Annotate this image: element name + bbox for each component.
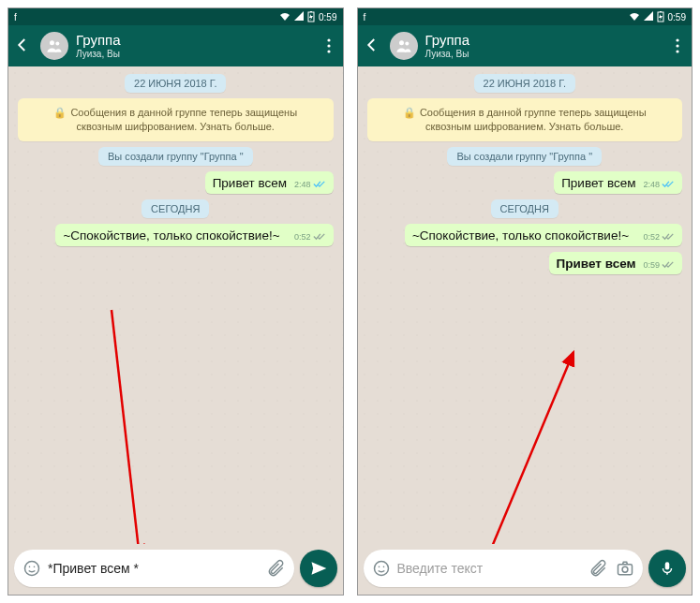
group-created-pill: Вы создали группу "Группа "	[447, 147, 602, 166]
read-ticks-icon	[313, 180, 326, 188]
header-titles[interactable]: Группа Луиза, Вы	[76, 33, 121, 59]
message-bubble-bold[interactable]: Привет всем 0:59	[549, 252, 682, 274]
svg-point-14	[405, 42, 409, 46]
message-input-pill[interactable]: *Привет всем *	[14, 550, 294, 587]
date-pill: 22 ИЮНЯ 2018 Г.	[474, 74, 575, 93]
svg-point-17	[676, 50, 678, 52]
encryption-text: Сообщения в данной группе теперь защищен…	[70, 107, 297, 132]
input-bar: Введите текст	[358, 544, 693, 595]
attach-icon[interactable]	[588, 558, 609, 579]
message-bubble[interactable]: ~Спокойствие, только спокойствие!~ 0:52	[405, 224, 682, 246]
svg-point-6	[327, 50, 330, 52]
input-bar: *Привет всем *	[8, 544, 343, 595]
send-button[interactable]	[300, 550, 337, 587]
svg-line-7	[112, 310, 140, 544]
statusbar-time: 0:59	[319, 12, 336, 22]
menu-icon[interactable]	[669, 37, 686, 54]
emoji-icon[interactable]	[22, 558, 42, 579]
sent-ticks-icon	[662, 260, 675, 269]
encryption-banner[interactable]: 🔒Сообщения в данной группе теперь защище…	[18, 98, 334, 141]
svg-rect-22	[618, 565, 633, 575]
signal-icon	[294, 11, 304, 22]
battery-icon	[657, 11, 664, 22]
back-icon[interactable]	[14, 37, 33, 55]
svg-point-23	[622, 566, 628, 572]
camera-icon[interactable]	[615, 558, 635, 579]
message-input[interactable]: *Привет всем *	[48, 561, 261, 576]
lock-icon: 🔒	[53, 107, 67, 118]
message-input[interactable]: Введите текст	[397, 561, 584, 576]
back-icon[interactable]	[364, 37, 382, 55]
message-text: Привет всем	[561, 176, 635, 190]
message-bubble[interactable]: ~Спокойствие, только спокойствие!~ 0:52	[55, 224, 333, 246]
encryption-text: Сообщения в данной группе теперь защищен…	[420, 107, 647, 132]
svg-rect-1	[310, 11, 312, 12]
svg-point-19	[374, 562, 388, 576]
svg-point-15	[676, 38, 678, 41]
read-ticks-icon	[662, 180, 675, 188]
header-titles[interactable]: Группа Луиза, Вы	[425, 33, 470, 59]
svg-point-2	[50, 40, 54, 45]
svg-point-4	[327, 38, 330, 41]
message-text: Привет всем	[213, 176, 287, 190]
attach-icon[interactable]	[266, 558, 287, 579]
svg-rect-24	[665, 562, 670, 569]
status-bar: f 0:59	[8, 8, 343, 25]
statusbar-time: 0:59	[668, 12, 686, 22]
emoji-icon[interactable]	[371, 558, 392, 579]
svg-point-21	[382, 566, 384, 568]
message-input-pill[interactable]: Введите текст	[364, 550, 644, 587]
avatar[interactable]	[40, 32, 68, 60]
phone-left: f 0:59 Группа Луиза, Вы	[7, 7, 344, 596]
message-time: 0:59	[643, 260, 660, 270]
wifi-icon	[279, 12, 290, 22]
chat-area[interactable]: 22 ИЮНЯ 2018 Г. 🔒Сообщения в данной груп…	[8, 66, 343, 544]
message-time: 0:52	[294, 232, 311, 242]
statusbar-fb-icon: f	[364, 12, 366, 22]
date-pill: 22 ИЮНЯ 2018 Г.	[125, 74, 226, 93]
annotation-arrow	[65, 310, 177, 544]
svg-point-3	[55, 42, 59, 46]
message-time: 0:52	[643, 232, 660, 242]
chat-header[interactable]: Группа Луиза, Вы	[8, 25, 343, 66]
message-time: 2:48	[643, 180, 660, 189]
svg-point-9	[29, 566, 31, 568]
group-title: Группа	[425, 33, 470, 49]
svg-point-13	[399, 40, 404, 45]
avatar[interactable]	[390, 32, 418, 60]
svg-point-5	[327, 44, 330, 47]
group-title: Группа	[76, 33, 121, 49]
phone-right: f 0:59 Группа Луиза, Вы	[357, 7, 693, 596]
svg-line-18	[489, 352, 573, 544]
signal-icon	[644, 11, 653, 22]
svg-point-10	[34, 566, 36, 568]
status-bar: f 0:59	[358, 8, 693, 25]
message-text: ~Спокойствие, только спокойствие!~	[63, 228, 279, 243]
message-text: Привет всем	[557, 257, 636, 271]
message-time: 2:48	[294, 180, 311, 189]
message-bubble[interactable]: Привет всем 2:48	[205, 171, 334, 194]
statusbar-fb-icon: f	[14, 12, 17, 22]
chat-header[interactable]: Группа Луиза, Вы	[358, 25, 693, 66]
svg-point-16	[676, 44, 678, 47]
svg-rect-12	[660, 11, 662, 12]
group-subtitle: Луиза, Вы	[76, 49, 121, 59]
wifi-icon	[629, 12, 640, 22]
mic-button[interactable]	[648, 550, 686, 587]
today-pill: СЕГОДНЯ	[491, 199, 559, 218]
menu-icon[interactable]	[320, 37, 337, 54]
group-subtitle: Луиза, Вы	[425, 49, 470, 59]
today-pill: СЕГОДНЯ	[141, 199, 209, 218]
svg-point-20	[378, 566, 380, 568]
sent-ticks-icon	[313, 232, 326, 241]
annotation-arrow	[470, 347, 602, 544]
battery-icon	[307, 11, 315, 22]
message-bubble[interactable]: Привет всем 2:48	[554, 171, 682, 194]
chat-area[interactable]: 22 ИЮНЯ 2018 Г. 🔒Сообщения в данной груп…	[358, 66, 693, 544]
lock-icon: 🔒	[403, 107, 416, 118]
message-text: ~Спокойствие, только спокойствие!~	[412, 228, 629, 243]
svg-point-8	[25, 562, 39, 576]
group-created-pill: Вы создали группу "Группа "	[98, 147, 253, 166]
encryption-banner[interactable]: 🔒Сообщения в данной группе теперь защище…	[367, 98, 683, 141]
sent-ticks-icon	[662, 232, 675, 241]
